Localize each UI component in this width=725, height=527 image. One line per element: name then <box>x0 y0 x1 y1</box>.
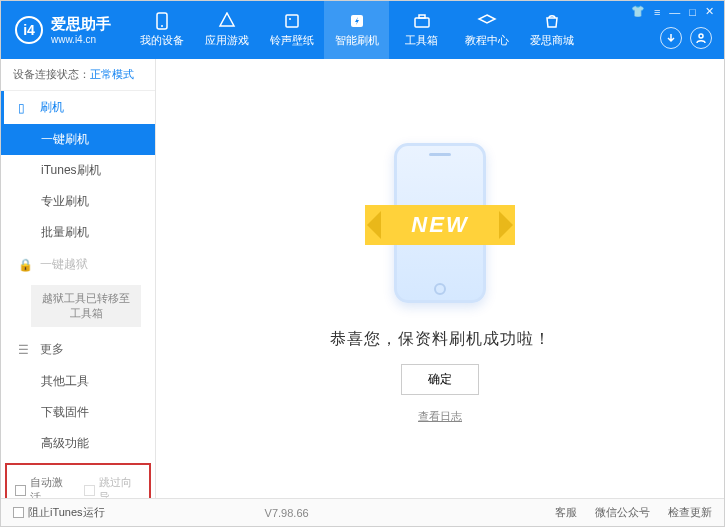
tab-apps[interactable]: 应用游戏 <box>194 1 259 59</box>
device-icon <box>152 12 172 30</box>
svg-rect-6 <box>419 15 425 18</box>
sidebar-item-itunes[interactable]: iTunes刷机 <box>1 155 155 186</box>
view-log-link[interactable]: 查看日志 <box>418 409 462 424</box>
svg-point-3 <box>289 18 291 20</box>
main-panel: NEW 恭喜您，保资料刷机成功啦！ 确定 查看日志 <box>156 59 724 498</box>
options-highlight: 自动激活 跳过向导 <box>5 463 151 498</box>
group-title: 一键越狱 <box>40 256 88 273</box>
sidebar-item-oneclick[interactable]: 一键刷机 <box>1 124 155 155</box>
app-url: www.i4.cn <box>51 34 111 45</box>
tutorial-icon <box>477 12 497 30</box>
group-jailbreak: 🔒 一键越狱 <box>1 248 155 281</box>
phone-icon: ▯ <box>18 101 32 115</box>
group-title: 更多 <box>40 341 64 358</box>
maximize-icon[interactable]: □ <box>689 6 696 18</box>
footer-link-support[interactable]: 客服 <box>555 505 577 520</box>
tab-store[interactable]: 爱思商城 <box>519 1 584 59</box>
logo-icon: i4 <box>15 16 43 44</box>
more-icon: ☰ <box>18 343 32 357</box>
success-message: 恭喜您，保资料刷机成功啦！ <box>330 329 551 350</box>
window-controls: 👕 ≡ — □ ✕ <box>631 5 714 18</box>
ringtone-icon <box>282 12 302 30</box>
group-flash[interactable]: ▯ 刷机 <box>1 91 155 124</box>
menu-icon[interactable]: ≡ <box>654 6 660 18</box>
tab-label: 应用游戏 <box>205 33 249 48</box>
new-ribbon: NEW <box>365 205 515 245</box>
sidebar-item-batch[interactable]: 批量刷机 <box>1 217 155 248</box>
app-header: i4 爱思助手 www.i4.cn 我的设备 应用游戏 铃声壁纸 智能刷机 <box>1 1 724 59</box>
block-itunes-checkbox[interactable]: 阻止iTunes运行 <box>13 505 105 520</box>
sidebar-item-firmware[interactable]: 下载固件 <box>1 397 155 428</box>
group-title: 刷机 <box>40 99 64 116</box>
sidebar-item-advanced[interactable]: 高级功能 <box>1 428 155 459</box>
status-value: 正常模式 <box>90 68 134 80</box>
version-label: V7.98.66 <box>265 507 309 519</box>
footer-link-update[interactable]: 检查更新 <box>668 505 712 520</box>
footer-label: 阻止iTunes运行 <box>28 505 105 520</box>
tab-toolbox[interactable]: 工具箱 <box>389 1 454 59</box>
store-icon <box>542 12 562 30</box>
tab-label: 爱思商城 <box>530 33 574 48</box>
ok-button[interactable]: 确定 <box>401 364 479 395</box>
svg-rect-5 <box>415 18 429 27</box>
tab-label: 工具箱 <box>405 33 438 48</box>
tab-label: 智能刷机 <box>335 33 379 48</box>
svg-point-1 <box>161 25 163 27</box>
svg-point-7 <box>699 34 703 38</box>
status-bar: 阻止iTunes运行 V7.98.66 客服 微信公众号 检查更新 <box>1 498 724 526</box>
jailbreak-notice: 越狱工具已转移至工具箱 <box>31 285 141 327</box>
close-icon[interactable]: ✕ <box>705 5 714 18</box>
device-status: 设备连接状态：正常模式 <box>1 59 155 91</box>
toolbox-icon <box>412 12 432 30</box>
status-label: 设备连接状态： <box>13 68 90 80</box>
logo: i4 爱思助手 www.i4.cn <box>15 15 111 45</box>
app-name: 爱思助手 <box>51 15 111 34</box>
svg-rect-2 <box>286 15 298 27</box>
tab-smart-flash[interactable]: 智能刷机 <box>324 1 389 59</box>
sidebar: 设备连接状态：正常模式 ▯ 刷机 一键刷机 iTunes刷机 专业刷机 批量刷机… <box>1 59 156 498</box>
shirt-icon[interactable]: 👕 <box>631 5 645 18</box>
minimize-icon[interactable]: — <box>669 6 680 18</box>
tab-label: 铃声壁纸 <box>270 33 314 48</box>
option-label: 跳过向导 <box>99 475 141 498</box>
apps-icon <box>217 12 237 30</box>
flash-icon <box>347 12 367 30</box>
user-button[interactable] <box>690 27 712 49</box>
group-more[interactable]: ☰ 更多 <box>1 333 155 366</box>
tab-ringtones[interactable]: 铃声壁纸 <box>259 1 324 59</box>
tab-label: 教程中心 <box>465 33 509 48</box>
skip-guide-checkbox[interactable]: 跳过向导 <box>84 475 141 498</box>
download-button[interactable] <box>660 27 682 49</box>
main-tabs: 我的设备 应用游戏 铃声壁纸 智能刷机 工具箱 教程中心 <box>129 1 584 59</box>
success-illustration: NEW <box>355 133 525 313</box>
sidebar-item-other[interactable]: 其他工具 <box>1 366 155 397</box>
footer-link-wechat[interactable]: 微信公众号 <box>595 505 650 520</box>
option-label: 自动激活 <box>30 475 72 498</box>
sidebar-item-pro[interactable]: 专业刷机 <box>1 186 155 217</box>
tab-my-device[interactable]: 我的设备 <box>129 1 194 59</box>
auto-activate-checkbox[interactable]: 自动激活 <box>15 475 72 498</box>
tab-label: 我的设备 <box>140 33 184 48</box>
lock-icon: 🔒 <box>18 258 32 272</box>
tab-tutorials[interactable]: 教程中心 <box>454 1 519 59</box>
